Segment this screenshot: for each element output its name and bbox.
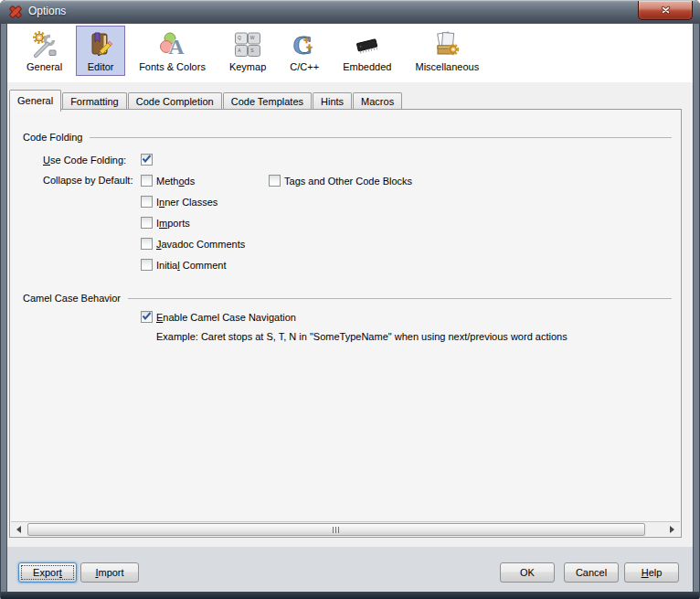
import-button[interactable]: Import bbox=[80, 562, 139, 583]
checkmark-icon bbox=[141, 153, 153, 165]
collapse-column-1: Methods Inner Classes bbox=[141, 175, 269, 271]
horizontal-scrollbar[interactable] bbox=[11, 521, 680, 536]
svg-text:A: A bbox=[168, 35, 185, 59]
tab-hints[interactable]: Hints bbox=[313, 92, 352, 111]
tab-code-completion[interactable]: Code Completion bbox=[128, 92, 222, 111]
toolbar-item-general[interactable]: General bbox=[16, 26, 72, 76]
scroll-right-arrow-icon[interactable] bbox=[670, 526, 674, 533]
collapse-by-default-label: Collapse by Default: bbox=[43, 175, 141, 186]
checkbox-label: Initial Comment bbox=[156, 260, 226, 271]
svg-text:Q: Q bbox=[238, 35, 241, 40]
tab-formatting[interactable]: Formatting bbox=[62, 92, 127, 111]
camel-case-example-text: Example: Caret stops at S, T, N in "Some… bbox=[156, 331, 681, 342]
titlebar: Options bbox=[0, 0, 700, 24]
toolbar-item-miscellaneous[interactable]: Miscellaneous bbox=[405, 26, 489, 76]
checkmark-icon bbox=[141, 310, 153, 322]
options-window: Options General bbox=[0, 0, 700, 599]
tab-code-templates[interactable]: Code Templates bbox=[223, 92, 312, 111]
scrollbar-thumb[interactable] bbox=[27, 523, 645, 536]
fonts-colors-icon: A bbox=[158, 30, 187, 59]
scroll-left-arrow-icon[interactable] bbox=[16, 526, 21, 533]
checkbox-label: Inner Classes bbox=[156, 197, 217, 208]
imports-checkbox[interactable] bbox=[141, 217, 153, 229]
keyboard-keys-icon: Q W A S bbox=[233, 30, 262, 59]
cancel-button[interactable]: Cancel bbox=[564, 562, 619, 583]
collapse-column-2: Tags and Other Code Blocks bbox=[269, 175, 397, 187]
ok-button[interactable]: OK bbox=[500, 562, 555, 583]
tags-other-code-blocks-checkbox-row[interactable]: Tags and Other Code Blocks bbox=[269, 175, 397, 187]
checkbox-label: Methods bbox=[156, 176, 195, 187]
scrollbar-grip-icon bbox=[333, 527, 340, 533]
methods-checkbox[interactable] bbox=[141, 175, 153, 187]
c-cpp-icon: C + + bbox=[290, 30, 319, 59]
export-button[interactable]: Export bbox=[18, 562, 77, 583]
help-button[interactable]: Help bbox=[624, 562, 679, 583]
toolbar-item-editor[interactable]: Editor bbox=[76, 26, 125, 76]
svg-text:W: W bbox=[250, 35, 255, 40]
use-code-folding-checkbox[interactable] bbox=[141, 154, 153, 166]
toolbar-label: Miscellaneous bbox=[415, 61, 479, 72]
checkbox-label: Tags and Other Code Blocks bbox=[284, 176, 412, 187]
toolbar-label: General bbox=[27, 61, 62, 72]
editor-options-body: General Formatting Code Completion Code … bbox=[7, 82, 693, 547]
window-title: Options bbox=[28, 0, 66, 23]
camel-case-section-header: Camel Case Behavior bbox=[23, 293, 672, 304]
checkbox-label: Imports bbox=[156, 218, 190, 229]
toolbar-item-fonts-colors[interactable]: A Fonts & Colors bbox=[129, 26, 216, 76]
microchip-icon bbox=[353, 30, 382, 59]
inner-classes-checkbox-row[interactable]: Inner Classes bbox=[141, 196, 269, 208]
toolbar-label: Keymap bbox=[229, 61, 266, 72]
toolbar-item-keymap[interactable]: Q W A S Keymap bbox=[219, 26, 276, 76]
code-folding-section-header: Code Folding bbox=[23, 132, 672, 143]
gears-wrench-icon bbox=[30, 30, 59, 59]
app-red-x-icon bbox=[8, 5, 23, 19]
dialog-body: General Editor A bbox=[7, 24, 693, 592]
enable-camel-case-checkbox-row[interactable]: Enable Camel Case Navigation bbox=[141, 311, 681, 323]
enable-camel-case-checkbox[interactable] bbox=[141, 311, 153, 323]
category-toolbar: General Editor A bbox=[7, 24, 693, 84]
section-title: Code Folding bbox=[23, 132, 82, 143]
methods-checkbox-row[interactable]: Methods bbox=[141, 175, 269, 187]
editor-tabs: General Formatting Code Completion Code … bbox=[9, 90, 403, 111]
checkbox-label: Enable Camel Case Navigation bbox=[156, 312, 296, 323]
section-title: Camel Case Behavior bbox=[23, 293, 121, 304]
close-x-icon bbox=[661, 5, 671, 15]
documents-gear-icon bbox=[432, 30, 461, 59]
initial-comment-checkbox[interactable] bbox=[141, 259, 153, 271]
inner-classes-checkbox[interactable] bbox=[141, 196, 153, 208]
tags-other-code-blocks-checkbox[interactable] bbox=[269, 175, 281, 187]
javadoc-comments-checkbox[interactable] bbox=[141, 238, 153, 250]
close-button[interactable] bbox=[638, 1, 693, 20]
imports-checkbox-row[interactable]: Imports bbox=[141, 217, 269, 229]
section-separator bbox=[90, 137, 672, 138]
tab-general[interactable]: General bbox=[9, 90, 61, 112]
toolbar-item-c-cpp[interactable]: C + + C/C++ bbox=[280, 26, 329, 76]
javadoc-comments-checkbox-row[interactable]: Javadoc Comments bbox=[141, 238, 269, 250]
section-separator bbox=[128, 298, 672, 299]
toolbar-label: Fonts & Colors bbox=[139, 61, 206, 72]
checkbox-label: Javadoc Comments bbox=[156, 239, 245, 250]
toolbar-label: Embedded bbox=[343, 61, 391, 72]
svg-text:+: + bbox=[306, 41, 313, 54]
toolbar-item-embedded[interactable]: Embedded bbox=[333, 26, 401, 76]
toolbar-label: C/C++ bbox=[290, 61, 319, 72]
tab-macros[interactable]: Macros bbox=[353, 92, 402, 111]
use-code-folding-label: Use Code Folding: bbox=[43, 155, 141, 166]
general-tab-panel: Code Folding Use Code Folding: Collapse … bbox=[9, 109, 682, 538]
book-pencil-icon bbox=[86, 30, 115, 59]
toolbar-label: Editor bbox=[88, 61, 114, 72]
initial-comment-checkbox-row[interactable]: Initial Comment bbox=[141, 259, 269, 271]
